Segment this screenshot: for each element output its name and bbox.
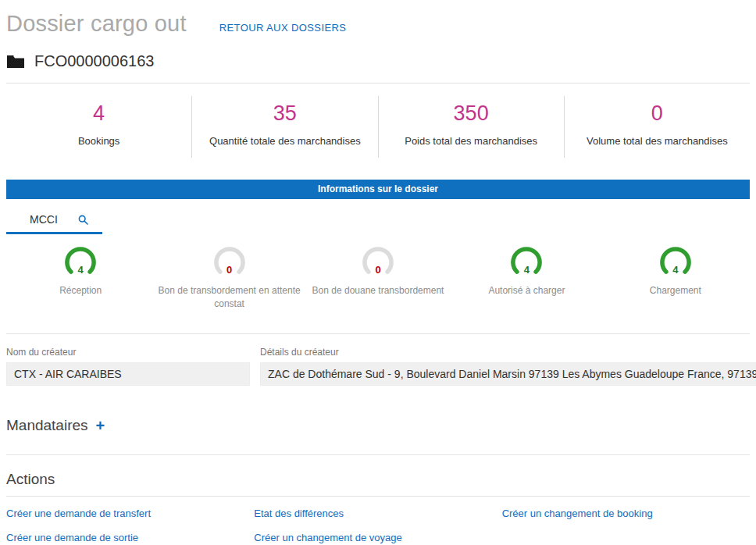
stat-label: Bookings	[14, 135, 184, 147]
page-header: Dossier cargo out RETOUR AUX DOSSIERS	[6, 8, 750, 37]
action-creer-changement-voyage[interactable]: Créer un changement de voyage	[254, 532, 501, 543]
gauge-value: 0	[212, 264, 247, 276]
field-label: Détails du créateur	[260, 347, 756, 358]
field-label: Nom du créateur	[6, 347, 250, 358]
gauge-arc-chargement: 4	[658, 245, 693, 280]
gauges-row: 4 Réception 0 Bon de transbordement en a…	[6, 245, 750, 309]
action-etat-des-differences[interactable]: Etat des différences	[254, 508, 501, 519]
tabs-row: MCCI	[6, 210, 750, 234]
stat-quantite-totale: 35 Quantité totale des marchandises	[192, 96, 378, 158]
actions-grid-empty-cell	[502, 532, 750, 543]
stat-label: Volume total des marchandises	[572, 135, 742, 147]
gauge-value: 4	[509, 264, 544, 276]
gauge-value: 4	[63, 264, 98, 276]
nom-createur-field[interactable]: CTX - AIR CARAIBES	[6, 362, 250, 386]
gauge-value: 4	[658, 264, 693, 276]
divider-under-gauges	[6, 333, 750, 334]
stat-bookings: 4 Bookings	[6, 96, 192, 158]
gauge-arc-reception: 4	[63, 245, 98, 280]
tab-mcci[interactable]: MCCI	[6, 210, 102, 234]
page-title: Dossier cargo out	[6, 11, 187, 37]
section-banner-informations-dossier: Informations sur le dossier	[6, 180, 750, 199]
folder-icon	[6, 54, 25, 69]
gauge-label: Bon de douane transbordement	[312, 284, 444, 297]
stat-value: 4	[14, 101, 184, 126]
gauge-arc-bon-douane-transbordement: 0	[361, 245, 395, 280]
stat-value: 35	[200, 101, 369, 126]
gauge-label: Autorisé à charger	[488, 284, 565, 297]
field-nom-createur: Nom du créateur CTX - AIR CARAIBES	[6, 347, 250, 386]
actions-links-grid: Créer une demande de transfert Etat des …	[6, 508, 750, 543]
stat-label: Quantité totale des marchandises	[200, 135, 369, 147]
gauge-label: Bon de transbordement en attente constat	[157, 284, 301, 309]
gauge-reception: 4 Réception	[6, 245, 155, 309]
gauge-arc-bon-transbordement-attente: 0	[212, 245, 247, 280]
gauge-label: Réception	[59, 284, 102, 297]
action-creer-demande-sortie[interactable]: Créer une demande de sortie	[6, 532, 254, 543]
stat-poids-total: 350 Poids total des marchandises	[379, 96, 565, 158]
gauge-chargement: 4 Chargement	[601, 245, 750, 309]
gauge-value: 0	[361, 264, 395, 276]
divider-under-actions-title	[6, 496, 750, 497]
mandataires-title: Mandataires	[6, 417, 88, 434]
stat-label: Poids total des marchandises	[387, 135, 556, 147]
actions-section-header: Actions	[6, 471, 750, 488]
divider-under-mandataires	[6, 454, 750, 455]
search-icon[interactable]	[78, 215, 88, 225]
stats-row: 4 Bookings 35 Quantité totale des marcha…	[6, 84, 750, 161]
stat-volume-total: 0 Volume total des marchandises	[565, 96, 750, 158]
gauge-bon-douane-transbordement: 0 Bon de douane transbordement	[304, 245, 452, 309]
back-to-dossiers-link[interactable]: RETOUR AUX DOSSIERS	[219, 22, 347, 34]
action-creer-changement-booking[interactable]: Créer un changement de booking	[502, 508, 750, 519]
tab-mcci-label: MCCI	[30, 213, 58, 226]
gauge-autorise-a-charger: 4 Autorisé à charger	[452, 245, 601, 309]
dossier-cargo-out-page: Dossier cargo out RETOUR AUX DOSSIERS FC…	[0, 0, 756, 545]
gauge-arc-autorise-a-charger: 4	[509, 245, 544, 280]
add-mandataire-button[interactable]: +	[96, 418, 105, 433]
dossier-number-row: FCO0000006163	[6, 52, 750, 70]
details-createur-field[interactable]: ZAC de Dothémare Sud - 9, Boulevard Dani…	[260, 362, 756, 386]
actions-title: Actions	[6, 471, 55, 487]
dossier-number: FCO0000006163	[34, 52, 154, 70]
creator-fields-row: Nom du créateur CTX - AIR CARAIBES Détai…	[6, 347, 750, 386]
gauge-label: Chargement	[650, 284, 701, 297]
field-details-createur: Détails du créateur ZAC de Dothémare Sud…	[260, 347, 756, 386]
stat-value: 350	[387, 101, 556, 126]
gauge-bon-transbordement-attente: 0 Bon de transbordement en attente const…	[155, 245, 303, 309]
stat-value: 0	[572, 101, 742, 126]
action-creer-demande-transfert[interactable]: Créer une demande de transfert	[6, 508, 254, 519]
mandataires-section-header: Mandataires +	[6, 417, 750, 434]
